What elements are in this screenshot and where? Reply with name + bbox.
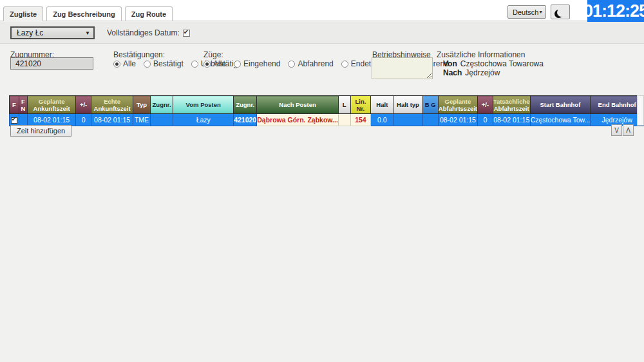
full-date-checkbox[interactable] <box>183 30 190 37</box>
station-band: Łazy Łc ▼ Vollständiges Datum: <box>0 22 644 44</box>
radio-icon <box>234 61 241 68</box>
radio-icon <box>288 61 295 68</box>
move-up-button[interactable]: Λ <box>623 124 634 136</box>
row-start-bahnhof: Częstochowa Tow... <box>530 114 591 126</box>
row-zugnr-von <box>150 114 173 126</box>
radio-label: Eingehend <box>243 59 280 68</box>
add-time-button[interactable]: Zeit hinzufügen <box>10 125 71 137</box>
row-geplante-ankunft: 08-02 01:15 <box>28 114 76 126</box>
row-fn-cell <box>19 114 27 126</box>
col-header-geplante-abfahrtszeit[interactable]: GeplanteAbfahrtsszeit <box>438 96 477 114</box>
radio-label: Bestätigt <box>153 59 184 68</box>
radio-zuege-alle[interactable]: Alle <box>204 59 226 68</box>
train-table: F FN GeplanteAnkunftszeit +/- EchteAnkun… <box>9 95 644 126</box>
col-header-lin-nr[interactable]: Lin.Nr. <box>350 96 371 114</box>
game-clock: 01:12:25 <box>587 0 644 23</box>
row-geplante-abfahrt: 08-02 01:15 <box>438 114 477 126</box>
row-tatsaechliche-abfahrt: 08-02 01:15 <box>493 114 530 126</box>
col-header-halt-typ[interactable]: Halt typ <box>393 96 422 114</box>
col-header-delta-an[interactable]: +/- <box>76 96 91 114</box>
moon-icon <box>557 8 565 17</box>
radio-icon <box>113 61 120 68</box>
full-date-label: Vollständiges Datum: <box>107 28 180 37</box>
zugnummer-input[interactable] <box>10 57 93 70</box>
radio-bestaetigungen-alle[interactable]: Alle <box>113 59 136 68</box>
row-vom-posten: Łazy <box>173 114 234 126</box>
move-down-button[interactable]: V <box>611 124 622 136</box>
full-date-option: Vollständiges Datum: <box>107 28 190 37</box>
tab-zug-beschreibung[interactable]: Zug Beschreibung <box>46 6 122 21</box>
row-bg <box>422 114 438 126</box>
row-halt-typ <box>393 114 422 126</box>
col-header-halt[interactable]: Halt <box>371 96 393 114</box>
radio-icon <box>144 61 151 68</box>
col-header-bg[interactable]: B G <box>422 96 438 114</box>
col-header-zugnr-von[interactable]: Zugnr. <box>150 96 173 114</box>
row-confirm-cell[interactable] <box>10 114 19 126</box>
row-lin-nr: 154 <box>350 114 371 126</box>
col-header-fn[interactable]: FN <box>19 96 27 114</box>
col-header-delta-ab[interactable]: +/- <box>478 96 493 114</box>
row-halt: 0.0 <box>371 114 393 126</box>
col-header-echte-ankunftszeit[interactable]: EchteAnkunftszeit <box>91 96 133 114</box>
col-header-end-bahnhof[interactable]: End Bahnhof <box>591 96 644 114</box>
tab-bar: Zugliste Zug Beschreibung Zug Route <box>3 6 173 21</box>
language-select-value: Deutsch <box>513 8 538 16</box>
col-header-nach-posten[interactable]: Nach Posten <box>257 96 339 114</box>
radio-eingehend[interactable]: Eingehend <box>234 59 280 68</box>
radio-icon <box>341 61 348 68</box>
dark-mode-toggle[interactable] <box>551 5 570 19</box>
radio-icon <box>191 61 198 68</box>
train-row[interactable]: 08-02 01:15 0 08-02 01:15 TME Łazy 42102… <box>10 114 644 126</box>
row-checkbox[interactable] <box>11 117 17 124</box>
radio-bestaetigt[interactable]: Bestätigt <box>144 59 184 68</box>
col-header-tatsaechliche-abfahrtszeit[interactable]: TatsächlicheAbfahrtszeit <box>493 96 530 114</box>
col-header-start-bahnhof[interactable]: Start Bahnhof <box>530 96 591 114</box>
von-line: VonCzęstochowa Towarowa <box>443 59 544 68</box>
betriebshinweise-textarea[interactable] <box>372 57 433 79</box>
row-zugnr: 421020 <box>234 114 257 126</box>
zuege-label: Züge: <box>204 50 223 59</box>
radio-abfahrend[interactable]: Abfahrend <box>288 59 333 68</box>
zusatzinfo-label: Zusätzliche Informationen <box>437 50 525 59</box>
station-select-value: Łazy Łc <box>17 28 43 37</box>
von-label: Von <box>443 59 457 68</box>
radio-label: Abfahrend <box>298 59 333 68</box>
row-echte-ankunft: 08-02 01:15 <box>91 114 133 126</box>
col-header-l[interactable]: L <box>338 96 350 114</box>
nach-label: Nach <box>443 68 462 77</box>
nach-value: Jędrzejów <box>465 68 500 77</box>
nach-line: NachJędrzejów <box>443 68 500 77</box>
col-header-zugnr[interactable]: Zugnr. <box>234 96 257 114</box>
row-delta-an: 0 <box>76 114 91 126</box>
von-value: Częstochowa Towarowa <box>460 59 544 68</box>
tab-zugliste[interactable]: Zugliste <box>3 6 43 21</box>
bestaetigungen-label: Bestätigungen: <box>113 50 165 59</box>
row-l <box>338 114 350 126</box>
tab-zug-route[interactable]: Zug Route <box>125 6 173 21</box>
table-scrollbar[interactable] <box>637 95 644 126</box>
col-header-geplante-ankunftszeit[interactable]: GeplanteAnkunftszeit <box>28 96 76 114</box>
radio-icon <box>204 61 211 68</box>
row-nach-posten: Dąbrowa Górn. Ząbkow... <box>257 114 339 126</box>
col-header-vom-posten[interactable]: Vom Posten <box>173 96 234 114</box>
col-header-f[interactable]: F <box>10 96 19 114</box>
row-delta-ab: 0 <box>478 114 493 126</box>
chevron-down-icon: ▼ <box>85 30 90 36</box>
row-typ: TME <box>133 114 151 126</box>
train-table-header: F FN GeplanteAnkunftszeit +/- EchteAnkun… <box>10 96 644 114</box>
language-select[interactable]: Deutsch ▼ <box>507 5 546 19</box>
radio-label: Alle <box>213 59 226 68</box>
col-header-typ[interactable]: Typ <box>133 96 151 114</box>
radio-label: Alle <box>123 59 136 68</box>
top-bar: Zugliste Zug Beschreibung Zug Route Deut… <box>0 0 644 21</box>
chevron-down-icon: ▼ <box>538 10 543 14</box>
station-select[interactable]: Łazy Łc ▼ <box>10 26 95 39</box>
